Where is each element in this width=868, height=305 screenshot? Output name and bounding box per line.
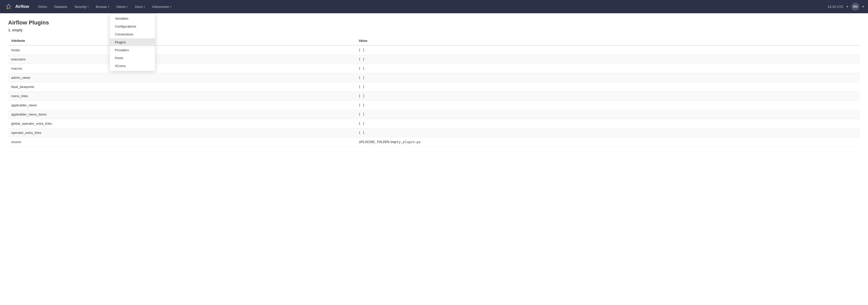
admin-menu-variables[interactable]: Variables [110,15,155,23]
admin-menu-connections[interactable]: Connections [110,30,155,38]
table-row: admin_views[ ] [8,73,860,82]
admin-menu-plugins[interactable]: Plugins [110,38,155,46]
browse-caret-icon: ▾ [108,5,109,8]
value-cell: $PLUGINS_FOLDER/empty_plugin.py [355,137,860,147]
attribute-cell: source [8,137,355,147]
admin-caret-icon: ▾ [127,5,128,8]
nav-dags[interactable]: DAGs [35,3,50,11]
attribute-cell: operator_extra_links [8,128,355,137]
value-cell: [ ] [355,64,860,73]
value-cell: [ ] [355,73,860,82]
nav-items: DAGs Datasets Security ▾ Browse ▾ Admin … [35,3,828,11]
admin-menu-xcoms[interactable]: XComs [110,62,155,70]
brand-name: Airflow [15,4,29,9]
table-row: menu_links[ ] [8,91,860,101]
value-cell: [ ] [355,46,860,55]
svg-marker-1 [9,5,12,7]
admin-dropdown-menu: Variables Configurations Connections Plu… [110,13,155,71]
col-attribute-header: Attribute [8,36,355,46]
value-cell: [ ] [355,91,860,101]
table-row: operator_extra_links[ ] [8,128,860,137]
value-cell: [ ] [355,55,860,64]
navbar-right: 13:33 UTC ▾ AU ▾ [828,3,864,11]
astronomer-caret-icon: ▾ [170,5,172,8]
navbar: Airflow DAGs Datasets Security ▾ Browse … [0,0,868,13]
col-value-header: Value [355,36,860,46]
admin-menu-configurations[interactable]: Configurations [110,23,155,30]
time-caret-icon: ▾ [847,5,848,8]
security-caret-icon: ▾ [87,5,89,8]
user-caret-icon: ▾ [862,5,864,8]
table-row: global_operator_extra_links[ ] [8,119,860,128]
table-row: appbuilder_menu_items[ ] [8,110,860,119]
value-cell: [ ] [355,110,860,119]
nav-browse[interactable]: Browse ▾ [93,3,112,11]
value-cell: [ ] [355,82,860,91]
table-row: flask_blueprints[ ] [8,82,860,91]
time-display[interactable]: 13:33 UTC [828,5,843,9]
svg-marker-0 [8,3,10,5]
attribute-cell: appbuilder_views [8,101,355,110]
admin-menu-pools[interactable]: Pools [110,54,155,62]
nav-admin[interactable]: Admin ▾ [113,3,131,11]
attribute-cell: macros [8,64,355,73]
svg-marker-3 [6,7,9,10]
table-row: source$PLUGINS_FOLDER/empty_plugin.py [8,137,860,147]
table-row: appbuilder_views[ ] [8,101,860,110]
svg-marker-2 [8,7,11,10]
nav-astronomer[interactable]: Astronomer ▾ [149,3,175,11]
attribute-cell: appbuilder_menu_items [8,110,355,119]
attribute-cell: global_operator_extra_links [8,119,355,128]
docs-caret-icon: ▾ [144,5,145,8]
nav-datasets[interactable]: Datasets [51,3,70,11]
attribute-cell: flask_blueprints [8,82,355,91]
svg-marker-4 [5,5,8,7]
nav-docs[interactable]: Docs ▾ [132,3,148,11]
attribute-cell: executors [8,55,355,64]
value-cell: [ ] [355,119,860,128]
value-cell: [ ] [355,128,860,137]
attribute-cell: hooks [8,46,355,55]
attribute-cell: menu_links [8,91,355,101]
user-avatar[interactable]: AU [851,3,859,11]
attribute-cell: admin_views [8,73,355,82]
nav-security[interactable]: Security ▾ [71,3,92,11]
airflow-logo-icon [4,2,13,11]
admin-menu-providers[interactable]: Providers [110,46,155,54]
brand-logo[interactable]: Airflow [4,2,29,11]
value-cell: [ ] [355,101,860,110]
